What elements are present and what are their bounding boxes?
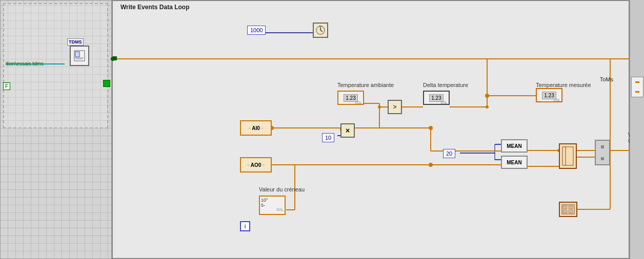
val-creneau-control[interactable]: 10° 5- SGL [259, 196, 286, 215]
num-20-input[interactable]: 20 [443, 149, 455, 158]
wiring-diagram [113, 1, 629, 258]
tdms-block-left[interactable] [70, 46, 89, 66]
val-creneau-label: Valeur du créneau [259, 186, 305, 192]
right-panel [630, 0, 644, 259]
svg-rect-60 [563, 210, 567, 213]
tdms-label-left: TDMS [67, 38, 84, 46]
toms-label: ToMs [600, 76, 613, 82]
delta-temp-label: Delta temperature [423, 82, 468, 88]
temp-mes-indicator[interactable]: 1.23 [536, 88, 562, 102]
ao0-block[interactable]: ~ AO0 ~ [240, 157, 272, 172]
left-panel: TDMS ition\essais.tdms F [0, 0, 112, 259]
temp-amb-label: Temperature ambiante [337, 82, 394, 88]
wait-value-input[interactable]: 1000 [247, 26, 266, 35]
multiply-block[interactable]: × [340, 123, 355, 138]
svg-rect-1 [75, 52, 79, 57]
temp-mes-label: Temperature mesurée [536, 82, 591, 88]
bundle-block[interactable] [595, 140, 610, 165]
file-path-label: ition\essais.tdms [6, 61, 44, 67]
svg-rect-61 [569, 206, 573, 209]
num-10-input[interactable]: 10 [322, 133, 334, 142]
mean-block-1[interactable]: MEAN [501, 139, 528, 153]
info-block[interactable]: i [240, 221, 250, 231]
main-diagram-area: Write Events Data Loop [112, 0, 630, 259]
svg-point-44 [429, 126, 433, 130]
svg-point-45 [429, 163, 433, 167]
svg-point-48 [378, 105, 381, 109]
left-connector-dot [111, 57, 115, 61]
svg-rect-59 [563, 206, 567, 209]
svg-rect-62 [569, 210, 573, 213]
array-indicator[interactable] [559, 143, 577, 169]
false-indicator: F [3, 82, 10, 90]
greater-than-block[interactable]: > [388, 100, 402, 114]
timer-block[interactable] [313, 23, 328, 38]
mean-block-2[interactable]: MEAN [501, 156, 528, 169]
svg-point-46 [485, 94, 489, 98]
ai0-block[interactable]: ~ AI0 ~ [240, 120, 272, 136]
delta-temp-indicator[interactable]: 1.23 [423, 91, 450, 105]
svg-point-47 [486, 105, 489, 109]
green-connector [103, 80, 110, 87]
temp-amb-indicator[interactable]: 1.23 [337, 91, 364, 105]
right-connector-block [631, 77, 643, 97]
svg-rect-55 [562, 147, 573, 165]
cluster-block[interactable] [559, 202, 577, 217]
